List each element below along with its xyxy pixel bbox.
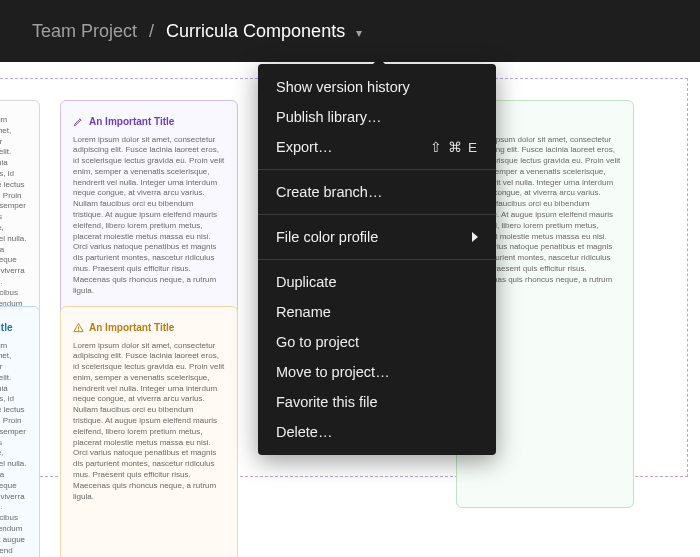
menu-separator xyxy=(258,259,496,260)
top-bar: Team Project / Curricula Components ▾ xyxy=(0,0,700,62)
card-body: Lorem ipsum dolor sit amet, consectetur … xyxy=(73,341,225,503)
card-title-tail: ortant Title xyxy=(0,321,12,335)
menu-label: Publish library… xyxy=(276,109,382,125)
menu-label: Rename xyxy=(276,304,331,320)
card-title: An Important Title xyxy=(89,115,174,129)
menu-item-duplicate[interactable]: Duplicate xyxy=(258,267,496,297)
svg-point-0 xyxy=(78,330,79,331)
menu-label: Duplicate xyxy=(276,274,336,290)
menu-item-version-history[interactable]: Show version history xyxy=(258,72,496,102)
chevron-right-icon xyxy=(472,232,478,242)
card-title: An Important Title xyxy=(89,321,174,335)
breadcrumb-parent[interactable]: Team Project xyxy=(32,21,137,42)
menu-shortcut: ⇧ ⌘ E xyxy=(430,139,478,155)
breadcrumb-separator: / xyxy=(149,21,154,42)
menu-item-favorite[interactable]: Favorite this file xyxy=(258,387,496,417)
card-title-row: An Important Title xyxy=(73,115,225,129)
breadcrumb-current: Curricula Components xyxy=(166,21,345,41)
card-row-2: ortant Title Lorem ipsum dolor sit amet,… xyxy=(0,306,238,557)
menu-label: File color profile xyxy=(276,229,378,245)
warning-icon xyxy=(73,322,84,333)
menu-label: Export… xyxy=(276,139,332,155)
menu-item-file-color-profile[interactable]: File color profile xyxy=(258,222,496,252)
card[interactable]: ortant Title Lorem ipsum dolor sit amet,… xyxy=(0,306,40,557)
menu-label: Show version history xyxy=(276,79,410,95)
breadcrumb-current-wrapper[interactable]: Curricula Components ▾ xyxy=(166,21,362,42)
card-title-row: An Important Title xyxy=(73,321,225,335)
menu-separator xyxy=(258,169,496,170)
card-title-row: ortant Title xyxy=(0,321,27,335)
menu-item-move-to-project[interactable]: Move to project… xyxy=(258,357,496,387)
card-body: Lorem ipsum dolor sit amet, consectetur … xyxy=(73,135,225,297)
menu-separator xyxy=(258,214,496,215)
card[interactable]: An Important Title Lorem ipsum dolor sit… xyxy=(60,306,238,557)
menu-item-create-branch[interactable]: Create branch… xyxy=(258,177,496,207)
menu-label: Create branch… xyxy=(276,184,382,200)
menu-item-rename[interactable]: Rename xyxy=(258,297,496,327)
menu-item-export[interactable]: Export… ⇧ ⌘ E xyxy=(258,132,496,162)
menu-label: Favorite this file xyxy=(276,394,378,410)
menu-label: Delete… xyxy=(276,424,332,440)
menu-item-go-to-project[interactable]: Go to project xyxy=(258,327,496,357)
menu-label: Move to project… xyxy=(276,364,390,380)
chevron-down-icon: ▾ xyxy=(356,26,362,40)
menu-item-delete[interactable]: Delete… xyxy=(258,417,496,447)
menu-label: Go to project xyxy=(276,334,359,350)
file-dropdown-menu: Show version history Publish library… Ex… xyxy=(258,64,496,455)
pencil-icon xyxy=(73,116,84,127)
menu-item-publish-library[interactable]: Publish library… xyxy=(258,102,496,132)
card-body: Lorem ipsum dolor sit amet, consectetur … xyxy=(0,341,27,558)
